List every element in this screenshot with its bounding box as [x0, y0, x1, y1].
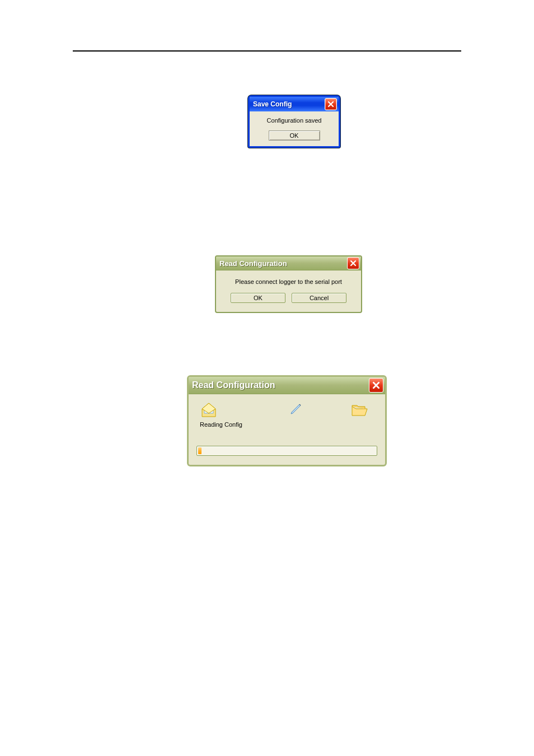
titlebar[interactable]: Read Configuration	[216, 256, 361, 270]
dialog-message: Configuration saved	[253, 117, 335, 124]
dialog-title: Read Configuration	[219, 259, 287, 268]
dialog-message: Please connect logger to the serial port	[222, 278, 355, 285]
dialog-title: Read Configuration	[192, 380, 275, 390]
close-button[interactable]	[325, 98, 337, 110]
close-icon	[372, 381, 380, 389]
read-configuration-progress-dialog: Read Configuration Reading Config	[187, 375, 387, 466]
dialog-body: Please connect logger to the serial port…	[216, 270, 361, 312]
cancel-button[interactable]: Cancel	[292, 293, 346, 303]
close-button[interactable]	[347, 257, 359, 269]
envelope-open-icon	[200, 401, 218, 419]
dialog-title: Save Config	[253, 100, 292, 108]
dialog-body: Reading Config	[189, 394, 385, 465]
ok-button[interactable]: OK	[231, 293, 285, 303]
close-button[interactable]	[369, 378, 383, 393]
save-config-dialog: Save Config Configuration saved OK	[248, 95, 340, 148]
status-text: Reading Config	[200, 421, 242, 428]
close-icon	[350, 260, 357, 267]
read-configuration-prompt-dialog: Read Configuration Please connect logger…	[215, 255, 362, 313]
pencil-icon	[289, 402, 303, 416]
titlebar[interactable]: Save Config	[250, 97, 339, 111]
progress-fill	[198, 447, 202, 454]
dialog-body: Configuration saved OK	[250, 111, 339, 146]
titlebar[interactable]: Read Configuration	[189, 377, 385, 394]
close-icon	[327, 101, 334, 108]
horizontal-rule	[73, 50, 461, 52]
progress-bar	[196, 446, 377, 456]
ok-button[interactable]: OK	[269, 130, 320, 141]
folder-open-icon	[350, 401, 368, 419]
